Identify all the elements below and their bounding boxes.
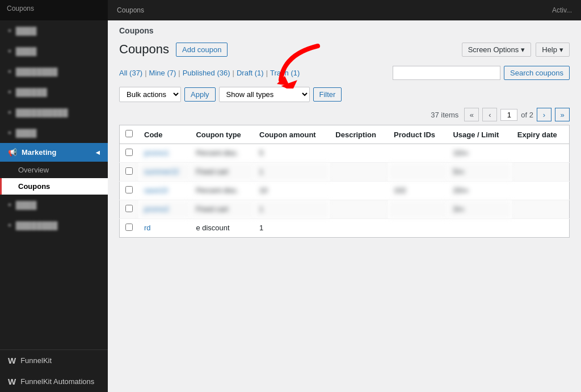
row-amount: 10: [254, 182, 330, 200]
col-usage: Usage / Limit: [447, 125, 511, 144]
row-code[interactable]: summer22: [138, 163, 190, 182]
row-amount: 1: [254, 219, 330, 238]
filter-all-link[interactable]: All (37): [119, 69, 142, 77]
filter-trash-link[interactable]: Trash (1): [270, 69, 300, 77]
screen-options-button[interactable]: Screen Options ▾: [462, 43, 532, 57]
sidebar-overview-label: Overview: [18, 166, 49, 174]
help-button[interactable]: Help ▾: [536, 43, 570, 57]
row-desc: [330, 182, 388, 200]
row-desc: [330, 219, 388, 238]
sidebar-item-3[interactable]: ▪████████: [0, 61, 108, 82]
row-checkbox[interactable]: [125, 205, 133, 212]
sidebar: Coupons ▪████ ▪████ ▪████████ ▪██████ ▪█…: [0, 0, 108, 392]
sidebar-item-2[interactable]: ▪████: [0, 41, 108, 61]
row-checkbox[interactable]: [125, 224, 133, 231]
chevron-down-icon: ▾: [521, 45, 525, 54]
row-checkbox-cell: [120, 200, 139, 219]
col-product-ids: Product IDs: [388, 125, 447, 144]
sidebar-funnelkit[interactable]: W FunnelKit: [0, 350, 108, 371]
first-page-button[interactable]: «: [464, 108, 479, 121]
row-checkbox-cell: [120, 219, 139, 238]
funnelkit-label: FunnelKit: [20, 356, 52, 365]
content-area: Coupons Coupons Add coupon Scre: [108, 20, 581, 392]
filter-mine-link[interactable]: Mine (7): [149, 69, 176, 77]
row-expiry: [512, 182, 570, 200]
row-checkbox[interactable]: [125, 167, 133, 175]
sidebar-item-marketing[interactable]: 📢 Marketing ◂: [0, 143, 108, 162]
funnelkit-auto-label: FunnelKit Automations: [20, 377, 94, 386]
row-product-ids: 102: [388, 182, 447, 200]
table-row: promo2 Fixed cart 1 3/∞: [120, 200, 570, 219]
row-usage: 3/∞: [447, 200, 511, 219]
add-coupon-button[interactable]: Add coupon: [176, 43, 228, 57]
table-body: promo1 Percent disc. 5 10/∞ summer22 Fix…: [120, 144, 570, 238]
row-code[interactable]: promo2: [138, 200, 190, 219]
select-all-checkbox[interactable]: [125, 130, 133, 137]
funnelkit-auto-icon: W: [8, 377, 16, 386]
coupons-table: Code Coupon type Coupon amount Descripti…: [119, 125, 570, 238]
row-amount: 5: [254, 144, 330, 163]
action-bar: Bulk actions Delete Apply Show all types…: [119, 85, 570, 107]
select-all-col: [120, 125, 139, 144]
page-of-label: of 2: [521, 111, 533, 119]
apply-button[interactable]: Apply: [184, 87, 216, 102]
sidebar-item-6[interactable]: ▪████: [0, 123, 108, 143]
filter-draft-link[interactable]: Draft (1): [237, 69, 264, 77]
row-desc: [330, 200, 388, 219]
sidebar-item-1[interactable]: ▪████: [0, 20, 108, 41]
page-main-title: Coupons: [119, 42, 169, 57]
bulk-actions-select[interactable]: Bulk actions Delete: [119, 87, 181, 102]
row-checkbox-cell: [120, 144, 139, 163]
row-usage: 10/∞: [447, 144, 511, 163]
row-checkbox[interactable]: [125, 149, 133, 156]
row-checkbox[interactable]: [125, 186, 133, 193]
top-bar: Coupons Activ...: [108, 0, 581, 20]
row-desc: [330, 163, 388, 182]
sidebar-item-8[interactable]: ▪████████: [0, 215, 108, 235]
table-row: rd e discount 1: [120, 219, 570, 238]
type-filter-select[interactable]: Show all types Percentage discount Fixed…: [219, 87, 310, 102]
last-page-button[interactable]: »: [555, 108, 570, 121]
row-code[interactable]: rd: [138, 219, 190, 238]
screen-options-label: Screen Options: [468, 45, 519, 54]
filter-bar: All (37) | Mine (7) | Published (36) |: [119, 64, 570, 85]
row-checkbox-cell: [120, 182, 139, 200]
row-code[interactable]: promo1: [138, 144, 190, 163]
items-count: 37 items: [431, 111, 458, 119]
row-checkbox-cell: [120, 163, 139, 182]
sidebar-funnelkit-auto[interactable]: W FunnelKit Automations: [0, 371, 108, 392]
prev-page-button[interactable]: ‹: [482, 108, 497, 121]
col-expiry: Expiry date: [512, 125, 570, 144]
page-title-bar: Coupons: [108, 20, 581, 37]
page-number-input[interactable]: [500, 109, 517, 121]
row-usage: 20/∞: [447, 182, 511, 200]
sidebar-item-5[interactable]: ▪██████████: [0, 102, 108, 123]
search-coupons-button[interactable]: Search coupons: [504, 66, 570, 80]
row-expiry: [512, 144, 570, 163]
search-input[interactable]: [393, 66, 500, 80]
breadcrumb-title: Coupons: [119, 26, 154, 35]
filter-published-link[interactable]: Published (36): [183, 69, 230, 77]
pagination-bar: 37 items « ‹ of 2 › »: [119, 107, 570, 125]
col-type: Coupon type: [190, 125, 254, 144]
table-row: promo1 Percent disc. 5 10/∞: [120, 144, 570, 163]
col-desc: Description: [330, 125, 388, 144]
sidebar-top-bar: Coupons: [0, 0, 108, 20]
row-product-ids: [388, 144, 447, 163]
row-type: e discount: [190, 219, 254, 238]
sidebar-sub-coupons[interactable]: Coupons: [0, 178, 108, 195]
row-type: Percent disc.: [190, 182, 254, 200]
sidebar-sub-overview[interactable]: Overview: [0, 162, 108, 178]
search-area: Search coupons: [393, 66, 570, 80]
col-code: Code: [138, 125, 190, 144]
row-product-ids: [388, 163, 447, 182]
sidebar-item-4[interactable]: ▪██████: [0, 82, 108, 102]
row-type: Fixed cart: [190, 163, 254, 182]
sidebar-item-7[interactable]: ▪████: [0, 195, 108, 215]
row-code[interactable]: save10: [138, 182, 190, 200]
next-page-button[interactable]: ›: [537, 108, 551, 121]
help-label: Help: [542, 45, 557, 54]
filter-button[interactable]: Filter: [313, 87, 342, 102]
sidebar-top-label: Coupons: [7, 5, 34, 12]
main-area: Coupons Activ... Coupons Coupons Add c: [108, 0, 581, 392]
